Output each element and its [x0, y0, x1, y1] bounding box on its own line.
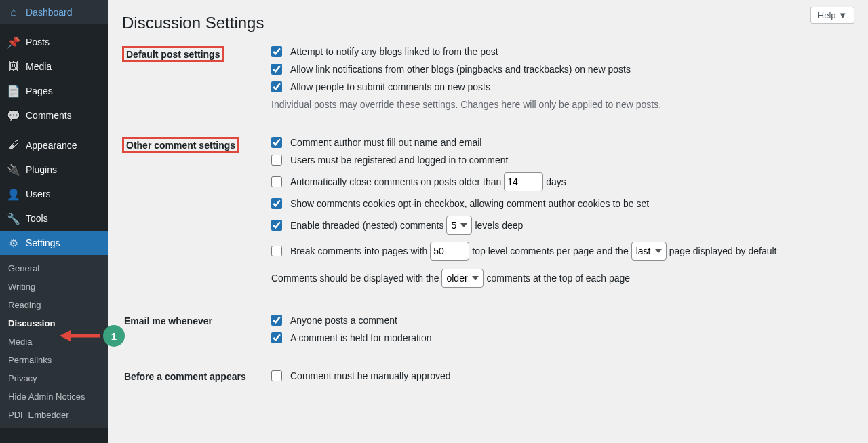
- submenu-item-hide-admin-notices[interactable]: Hide Admin Notices: [0, 387, 108, 406]
- sidebar-item-label: Users: [26, 189, 51, 199]
- checkbox-break-pages[interactable]: [271, 246, 282, 256]
- label-displayed-with: Comments should be displayed with the: [271, 273, 439, 284]
- section-other-comment: Other comment settings Comment author mu…: [122, 137, 854, 294]
- media-icon: 🖼: [7, 60, 20, 73]
- checkbox-label: Enable threaded (nested) comments: [290, 220, 443, 231]
- input-close-days[interactable]: [504, 172, 543, 191]
- checkbox-held-moderation[interactable]: [271, 332, 282, 343]
- sidebar-item-media[interactable]: 🖼 Media: [0, 54, 108, 79]
- sidebar-item-dashboard[interactable]: ⌂ Dashboard: [0, 0, 108, 24]
- submenu-item-discussion[interactable]: Discussion: [0, 314, 108, 332]
- page-title: Discussion Settings: [122, 14, 854, 33]
- section-heading-other-comment: Other comment settings: [122, 137, 239, 153]
- checkbox-label: A comment is held for moderation: [290, 332, 432, 343]
- sidebar-item-label: Dashboard: [26, 7, 73, 18]
- select-comment-order[interactable]: older: [441, 269, 484, 288]
- input-comments-per-page[interactable]: [430, 242, 469, 261]
- admin-sidebar: ⌂ Dashboard 📌 Posts 🖼 Media 📄 Pages 💬 Co…: [0, 0, 108, 443]
- sliders-icon: ⚙: [7, 236, 20, 250]
- checkbox-threaded-comments[interactable]: [271, 220, 282, 231]
- sidebar-item-label: Media: [26, 61, 52, 72]
- sidebar-item-appearance[interactable]: 🖌 Appearance: [0, 133, 108, 157]
- checkbox-label: Comment author must fill out name and em…: [290, 137, 481, 148]
- checkbox-allow-comments[interactable]: [271, 81, 282, 92]
- checkbox-auto-close[interactable]: [271, 176, 282, 187]
- checkbox-author-name-email[interactable]: [271, 137, 282, 148]
- checkbox-label: Attempt to notify any blogs linked to fr…: [290, 46, 498, 57]
- sidebar-item-users[interactable]: 👤 Users: [0, 182, 108, 206]
- sidebar-item-posts[interactable]: 📌 Posts: [0, 30, 108, 54]
- label-per-page: top level comments per page and the: [472, 246, 628, 256]
- sidebar-item-label: Tools: [26, 213, 48, 224]
- sidebar-item-settings[interactable]: ⚙ Settings: [0, 231, 108, 255]
- section-before-appears: Before a comment appears Comment must be…: [122, 370, 854, 388]
- sidebar-item-label: Posts: [26, 37, 50, 47]
- checkbox-label: Comment must be manually approved: [290, 370, 451, 381]
- checkbox-label: Anyone posts a comment: [290, 315, 397, 326]
- checkbox-anyone-posts[interactable]: [271, 315, 282, 326]
- content-area: Help ▼ Discussion Settings Default post …: [108, 0, 868, 443]
- dashboard-icon: ⌂: [7, 5, 20, 19]
- submenu-item-writing[interactable]: Writing: [0, 277, 108, 296]
- settings-submenu: General Writing Reading Discussion Media…: [0, 255, 108, 428]
- submenu-item-pdf-embedder[interactable]: PDF Embedder: [0, 406, 108, 424]
- user-icon: 👤: [7, 187, 20, 201]
- comments-icon: 💬: [7, 109, 20, 122]
- checkbox-label: Users must be registered and logged in t…: [290, 155, 508, 166]
- checkbox-registered-logged-in[interactable]: [271, 155, 282, 166]
- checkbox-label: Show comments cookies opt-in checkbox, a…: [290, 198, 649, 209]
- section-heading-default-post: Default post settings: [122, 46, 224, 62]
- pin-icon: 📌: [7, 35, 20, 49]
- label-days: days: [546, 176, 566, 187]
- sidebar-item-comments[interactable]: 💬 Comments: [0, 103, 108, 128]
- submenu-item-general[interactable]: General: [0, 259, 108, 277]
- sidebar-item-label: Settings: [26, 237, 60, 248]
- section-heading-email-me: Email me whenever: [122, 315, 214, 327]
- sidebar-item-label: Appearance: [26, 140, 77, 151]
- select-default-page[interactable]: last: [631, 242, 667, 261]
- checkbox-label: Allow link notifications from other blog…: [290, 64, 631, 75]
- sidebar-item-label: Comments: [26, 110, 72, 121]
- label-page-displayed: page displayed by default: [669, 246, 777, 256]
- pages-icon: 📄: [7, 84, 20, 98]
- brush-icon: 🖌: [7, 138, 20, 152]
- checkbox-cookies-opt-in[interactable]: [271, 198, 282, 209]
- label-top-of-page: comments at the top of each page: [486, 273, 630, 284]
- wrench-icon: 🔧: [7, 212, 20, 225]
- checkbox-allow-pingbacks[interactable]: [271, 64, 282, 75]
- submenu-item-media[interactable]: Media: [0, 332, 108, 351]
- checkbox-notify-linked-blogs[interactable]: [271, 46, 282, 57]
- submenu-item-permalinks[interactable]: Permalinks: [0, 351, 108, 369]
- checkbox-label: Break comments into pages with: [290, 246, 427, 256]
- sidebar-item-tools[interactable]: 🔧 Tools: [0, 206, 108, 231]
- help-button[interactable]: Help ▼: [810, 7, 854, 24]
- submenu-item-privacy[interactable]: Privacy: [0, 369, 108, 387]
- label-levels-deep: levels deep: [475, 220, 523, 231]
- section-heading-before-appears: Before a comment appears: [122, 370, 248, 383]
- checkbox-manually-approved[interactable]: [271, 370, 282, 381]
- sidebar-item-pages[interactable]: 📄 Pages: [0, 79, 108, 103]
- sidebar-item-label: Plugins: [26, 164, 57, 175]
- submenu-item-reading[interactable]: Reading: [0, 296, 108, 314]
- section-note: Individual posts may override these sett…: [271, 99, 854, 110]
- section-email-me: Email me whenever Anyone posts a comment…: [122, 315, 854, 350]
- sidebar-item-plugins[interactable]: 🔌 Plugins: [0, 157, 108, 182]
- checkbox-label: Automatically close comments on posts ol…: [290, 176, 501, 187]
- checkbox-label: Allow people to submit comments on new p…: [290, 81, 490, 92]
- plug-icon: 🔌: [7, 163, 20, 176]
- sidebar-item-label: Pages: [26, 85, 53, 96]
- select-thread-depth[interactable]: 5: [446, 216, 472, 235]
- section-default-post: Default post settings Attempt to notify …: [122, 46, 854, 117]
